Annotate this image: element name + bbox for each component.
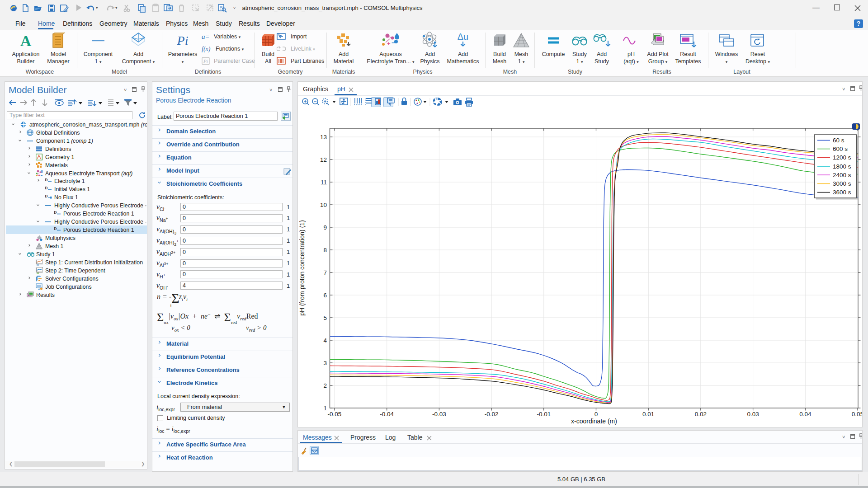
svg-text:1: 1 xyxy=(323,405,327,412)
svg-text:3600 s: 3600 s xyxy=(833,189,851,196)
svg-text:12: 12 xyxy=(320,156,327,163)
svg-text:13: 13 xyxy=(320,134,327,141)
svg-text:0.04: 0.04 xyxy=(799,411,811,418)
svg-text:1800 s: 1800 s xyxy=(833,163,851,170)
svg-text:-0.01: -0.01 xyxy=(537,411,551,418)
svg-text:+: + xyxy=(387,40,391,47)
svg-text:11: 11 xyxy=(321,179,327,186)
svg-text:1200 s: 1200 s xyxy=(833,154,851,161)
svg-text:-0.02: -0.02 xyxy=(485,411,499,418)
svg-text:0.03: 0.03 xyxy=(747,411,759,418)
svg-text:10: 10 xyxy=(320,202,327,208)
svg-text:A: A xyxy=(20,33,32,49)
svg-text:a=: a= xyxy=(202,33,210,40)
svg-text:−: − xyxy=(392,39,395,46)
svg-text:2: 2 xyxy=(323,382,327,389)
svg-text:9: 9 xyxy=(323,224,327,231)
svg-text:600 s: 600 s xyxy=(833,145,848,152)
svg-text:5: 5 xyxy=(323,314,327,321)
svg-text:7: 7 xyxy=(323,269,327,276)
svg-text:2400 s: 2400 s xyxy=(833,172,851,178)
svg-text:8: 8 xyxy=(323,247,327,253)
svg-text:6: 6 xyxy=(323,292,327,299)
svg-text:x-coordinate (m): x-coordinate (m) xyxy=(571,418,617,425)
svg-text:D: D xyxy=(45,186,48,190)
svg-text:Pi: Pi xyxy=(203,58,208,64)
svg-text:0.05: 0.05 xyxy=(852,411,863,418)
svg-text:D: D xyxy=(45,194,48,198)
svg-text:-0.04: -0.04 xyxy=(380,411,394,418)
svg-text:D: D xyxy=(54,226,57,231)
svg-text:3: 3 xyxy=(323,360,327,366)
svg-text:0.01: 0.01 xyxy=(642,411,654,418)
svg-text:D: D xyxy=(45,178,48,182)
svg-text:Δu: Δu xyxy=(458,32,468,42)
svg-text:D: D xyxy=(54,210,57,215)
svg-text:0.02: 0.02 xyxy=(695,411,707,418)
svg-text:Pi: Pi xyxy=(177,33,189,47)
svg-text:4: 4 xyxy=(323,337,327,344)
svg-text:60 s: 60 s xyxy=(833,137,844,144)
svg-text:+: + xyxy=(38,173,41,177)
svg-text:-0.05: -0.05 xyxy=(328,411,342,418)
svg-text:3000 s: 3000 s xyxy=(833,180,851,187)
svg-text:f(x): f(x) xyxy=(202,46,211,53)
svg-text:-0.03: -0.03 xyxy=(432,411,446,418)
svg-text:pH (from proton concentration): pH (from proton concentration) (1) xyxy=(298,220,306,316)
svg-text:0: 0 xyxy=(594,411,598,418)
